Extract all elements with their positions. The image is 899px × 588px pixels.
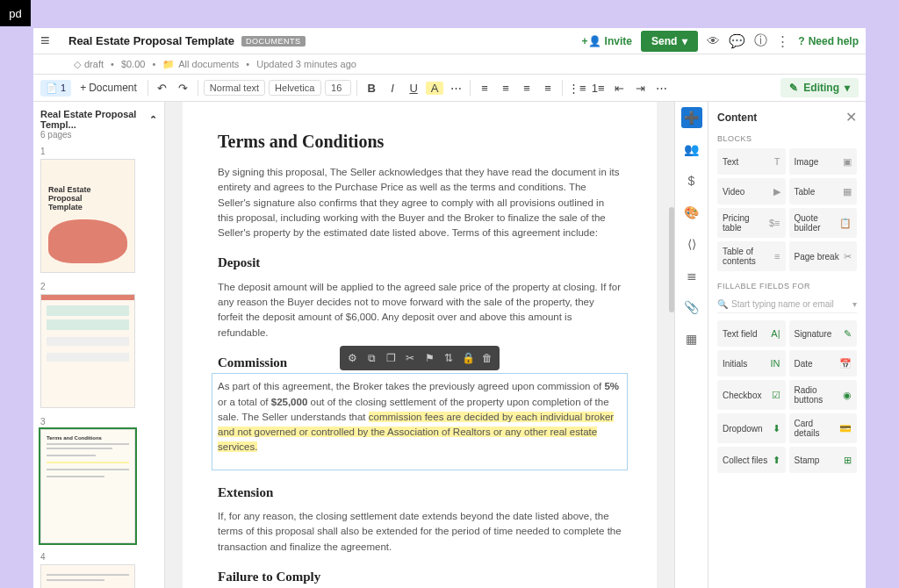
apps-icon[interactable]: ▦ <box>681 328 702 349</box>
design-icon[interactable]: 🎨 <box>681 202 702 223</box>
field-checkbox[interactable]: Checkbox☑ <box>717 380 786 410</box>
document-title[interactable]: Real Estate Proposal Template <box>68 34 234 47</box>
info-icon[interactable]: ⓘ <box>754 32 767 49</box>
more-list-button[interactable]: ⋯ <box>652 82 670 95</box>
duplicate-icon[interactable]: ❐ <box>382 349 399 367</box>
style-select[interactable]: Normal text <box>204 80 265 96</box>
field-radio[interactable]: Radio buttons◉ <box>789 380 858 410</box>
paragraph[interactable]: The deposit amount will be applied to th… <box>218 280 622 341</box>
thumb-num: 1 <box>40 147 157 156</box>
video-icon: ▶ <box>773 186 780 197</box>
align-right-button[interactable]: ≡ <box>518 82 536 95</box>
doc-chip[interactable]: 📄 1 <box>40 80 71 97</box>
people-icon[interactable]: 👥 <box>681 139 702 160</box>
chevron-down-icon: ▾ <box>845 82 850 94</box>
invite-button[interactable]: +👤 Invite <box>582 35 632 47</box>
menu-icon[interactable]: ≡ <box>40 32 61 50</box>
field-stamp[interactable]: Stamp⊞ <box>789 447 858 473</box>
price-text: $0.00 <box>121 59 146 69</box>
more-icon[interactable]: ⋮ <box>776 33 789 49</box>
editing-mode[interactable]: ✎ Editing ▾ <box>780 78 859 97</box>
help-button[interactable]: ? Need help <box>798 35 859 47</box>
field-initials[interactable]: InitialsIN <box>717 350 786 376</box>
settings-icon[interactable]: ⚙ <box>343 349 361 367</box>
blocks-grid: TextT Image▣ Video▶ Table▦ Pricing table… <box>717 148 857 271</box>
attachment-icon[interactable]: 📎 <box>681 297 702 318</box>
pricing-icon[interactable]: $ <box>681 170 702 191</box>
block-quote[interactable]: Quote builder📋 <box>789 208 858 238</box>
font-select[interactable]: Helvetica <box>269 80 321 96</box>
highlight-button[interactable]: A <box>426 82 443 95</box>
selected-text-block[interactable]: ⚙ ⧉ ❐ ✂ ⚑ ⇅ 🔒 🗑 As part of this agreemen… <box>212 373 628 470</box>
italic-button[interactable]: I <box>384 82 401 95</box>
block-toolbar: ⚙ ⧉ ❐ ✂ ⚑ ⇅ 🔒 🗑 <box>340 346 500 370</box>
help-label: Need help <box>809 35 859 47</box>
align-left-button[interactable]: ≡ <box>476 82 493 95</box>
block-video[interactable]: Video▶ <box>717 178 786 204</box>
lock-icon[interactable]: 🔒 <box>459 349 477 367</box>
thumb-num: 4 <box>40 552 157 562</box>
delete-icon[interactable]: 🗑 <box>478 349 496 367</box>
date-icon: 📅 <box>839 358 852 369</box>
align-justify-button[interactable]: ≡ <box>539 82 557 95</box>
heading-deposit[interactable]: Deposit <box>218 253 622 273</box>
folder-link[interactable]: 📁 All documents <box>162 59 239 70</box>
send-button[interactable]: Send ▾ <box>641 31 698 52</box>
field-date[interactable]: Date📅 <box>789 350 858 376</box>
paragraph[interactable]: As part of this agreement, the Broker ta… <box>218 379 622 455</box>
indent-button[interactable]: ⇥ <box>631 82 649 95</box>
flag-icon[interactable]: ⚑ <box>421 349 438 367</box>
adjust-icon[interactable]: ⇅ <box>440 349 457 367</box>
help-icon: ? <box>798 35 804 47</box>
bullet-list-button[interactable]: ⋮≡ <box>568 82 586 95</box>
page-thumbnail-3[interactable]: Terms and Conditions <box>40 429 135 543</box>
stamp-icon: ⊞ <box>844 455 852 466</box>
redo-button[interactable]: ↷ <box>175 82 192 95</box>
page-thumbnail-2[interactable] <box>40 294 135 408</box>
recipient-search[interactable]: 🔍 Start typing name or email ▾ <box>717 296 857 313</box>
page-thumbnail-1[interactable]: Real EstateProposalTemplate <box>40 159 135 273</box>
heading-failure[interactable]: Failure to Comply <box>218 567 622 587</box>
field-collect[interactable]: Collect files⬆ <box>717 447 786 473</box>
block-text[interactable]: TextT <box>717 148 786 175</box>
layers-icon[interactable]: ≣ <box>681 265 702 286</box>
search-placeholder: Start typing name or email <box>731 299 834 309</box>
number-list-button[interactable]: 1≡ <box>589 82 607 95</box>
field-dropdown[interactable]: Dropdown⬇ <box>717 413 786 443</box>
size-select[interactable]: 16 <box>325 80 351 96</box>
content-tab-icon[interactable]: ➕ <box>681 107 702 128</box>
paragraph[interactable]: By signing this proposal, The Seller ack… <box>218 165 622 240</box>
close-icon[interactable]: ✕ <box>845 109 857 125</box>
paragraph[interactable]: If, for any reason, the closing settleme… <box>218 509 622 555</box>
bold-button[interactable]: B <box>363 82 380 95</box>
underline-button[interactable]: U <box>405 82 422 95</box>
field-signature[interactable]: Signature✎ <box>789 320 858 347</box>
heading-terms[interactable]: Terms and Conditions <box>218 128 622 154</box>
field-card[interactable]: Card details💳 <box>789 413 858 443</box>
comment-icon[interactable]: 💬 <box>729 33 745 49</box>
page-thumbnail-4[interactable] <box>40 564 135 588</box>
scrollbar[interactable] <box>669 207 674 312</box>
collapse-icon[interactable]: ⌃ <box>149 114 157 125</box>
align-center-button[interactable]: ≡ <box>497 82 514 95</box>
block-image[interactable]: Image▣ <box>789 148 858 175</box>
document-canvas[interactable]: Terms and Conditions By signing this pro… <box>165 102 674 588</box>
more-format-button[interactable]: ⋯ <box>447 82 464 95</box>
block-table[interactable]: Table▦ <box>789 178 858 204</box>
table-icon: ▦ <box>843 186 852 197</box>
thumb-num: 2 <box>40 282 157 291</box>
heading-extension[interactable]: Extension <box>218 483 622 503</box>
undo-button[interactable]: ↶ <box>154 82 171 95</box>
field-text[interactable]: Text fieldA| <box>717 320 786 347</box>
block-pricing[interactable]: Pricing table$≡ <box>717 208 786 238</box>
text-icon: T <box>774 156 780 167</box>
copy-icon[interactable]: ⧉ <box>363 349 380 367</box>
variables-icon[interactable]: ⟨⟩ <box>681 233 702 255</box>
outdent-button[interactable]: ⇤ <box>610 82 628 95</box>
block-pagebreak[interactable]: Page break✂ <box>789 241 858 271</box>
add-document-button[interactable]: + Document <box>75 79 142 97</box>
preview-icon[interactable]: 👁 <box>707 33 720 48</box>
cut-icon[interactable]: ✂ <box>401 349 419 367</box>
block-toc[interactable]: Table of contents≡ <box>717 241 786 271</box>
main: Real Estate Proposal Templ... ⌃ 6 pages … <box>33 102 866 588</box>
